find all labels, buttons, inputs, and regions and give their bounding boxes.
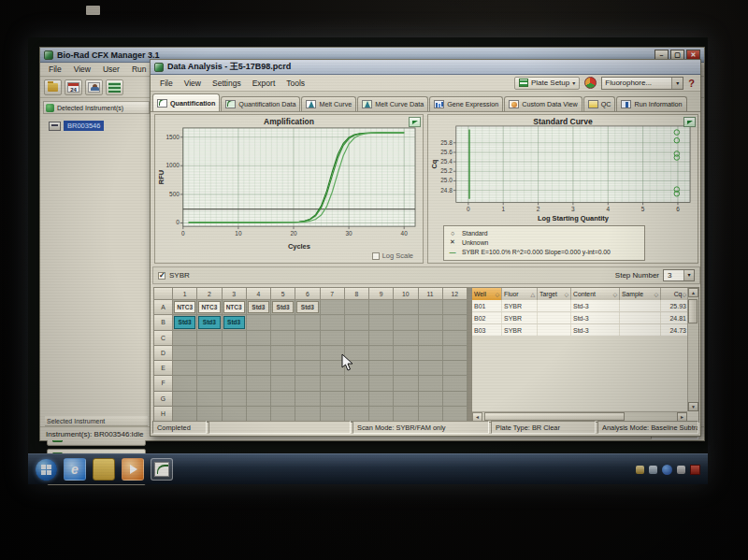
step-number-dropdown[interactable]: 3 ▾: [663, 269, 695, 281]
well-cell-E1[interactable]: [173, 361, 197, 376]
well-A2[interactable]: NTC3: [198, 301, 220, 313]
column-header-sample[interactable]: Sample◇: [620, 288, 661, 300]
well-cell-B8[interactable]: [345, 315, 369, 330]
well-cell-B4[interactable]: [247, 315, 271, 330]
well-cell-A10[interactable]: [394, 300, 418, 315]
well-cell-H1[interactable]: [173, 407, 197, 422]
plate-col-header-4[interactable]: 4: [247, 288, 271, 300]
plate-row-header-A[interactable]: A: [154, 300, 173, 315]
well-cell-A1[interactable]: NTC3: [173, 300, 197, 315]
well-cell-A4[interactable]: Std3: [247, 300, 271, 315]
tray-icon-3[interactable]: [662, 465, 672, 475]
well-cell-H8[interactable]: [345, 407, 369, 422]
tray-red-icon[interactable]: [690, 465, 700, 475]
well-cell-A3[interactable]: NTC3: [223, 300, 247, 315]
well-cell-C8[interactable]: [345, 331, 369, 346]
well-cell-C9[interactable]: [369, 331, 394, 346]
well-cell-C6[interactable]: [295, 331, 320, 346]
instrument-tree-item[interactable]: BR003546: [49, 121, 151, 131]
well-cell-A9[interactable]: [369, 300, 394, 315]
well-cell-H2[interactable]: [197, 407, 222, 422]
tray-icon-1[interactable]: [636, 466, 644, 474]
well-cell-D11[interactable]: [419, 346, 443, 361]
well-B3[interactable]: Std3: [223, 316, 245, 328]
main-menu-run[interactable]: Run: [126, 64, 152, 75]
column-header-content[interactable]: Content◇: [571, 288, 620, 300]
plate-col-header-12[interactable]: 12: [443, 288, 468, 300]
tab-quantification-data[interactable]: Quantification Data: [221, 96, 300, 111]
well-cell-D5[interactable]: [271, 346, 295, 361]
well-cell-H3[interactable]: [223, 407, 247, 422]
da-menu-settings[interactable]: Settings: [207, 78, 247, 89]
well-cell-E3[interactable]: [223, 361, 247, 376]
well-cell-A11[interactable]: [419, 300, 443, 315]
tab-quantification[interactable]: Quantification: [152, 93, 220, 111]
cfx-taskbar-icon[interactable]: [151, 458, 173, 481]
plate-grid-icon[interactable]: [106, 79, 123, 95]
well-cell-B2[interactable]: Std3: [197, 315, 222, 330]
well-cell-C3[interactable]: [223, 331, 247, 346]
plate-row-header-H[interactable]: H: [154, 407, 173, 422]
well-cell-F6[interactable]: [295, 376, 320, 391]
well-cell-H10[interactable]: [394, 407, 418, 422]
well-cell-F1[interactable]: [173, 376, 197, 391]
plate-setup-button[interactable]: Plate Setup ▾: [514, 77, 580, 90]
column-header-well[interactable]: Well◇: [472, 288, 502, 300]
help-button[interactable]: ?: [688, 78, 697, 89]
well-cell-B6[interactable]: [295, 315, 320, 330]
chart-options-icon[interactable]: [683, 117, 696, 127]
well-cell-D8[interactable]: [345, 346, 369, 361]
plate-col-header-8[interactable]: 8: [345, 288, 369, 300]
well-cell-H12[interactable]: [443, 407, 468, 422]
plate-col-header-7[interactable]: 7: [321, 288, 345, 300]
da-menu-tools[interactable]: Tools: [280, 78, 310, 89]
start-button[interactable]: [36, 459, 57, 481]
well-cell-F2[interactable]: [197, 376, 222, 391]
well-cell-A12[interactable]: [443, 300, 468, 315]
well-cell-G12[interactable]: [443, 392, 468, 407]
plate-col-header-10[interactable]: 10: [394, 288, 418, 300]
ie-icon[interactable]: e: [64, 458, 86, 481]
sybr-checkbox[interactable]: [158, 272, 165, 280]
folder-icon[interactable]: [93, 458, 115, 481]
well-cell-H5[interactable]: [271, 407, 295, 422]
well-cell-E12[interactable]: [443, 361, 468, 376]
well-cell-C2[interactable]: [197, 331, 222, 346]
well-cell-B9[interactable]: [369, 315, 394, 330]
well-cell-G9[interactable]: [369, 392, 394, 407]
well-B2[interactable]: Std3: [198, 316, 220, 328]
vertical-scroll-thumb[interactable]: [688, 299, 698, 323]
fluorophore-dropdown[interactable]: Fluorophore... ▾: [601, 77, 683, 90]
well-cell-E9[interactable]: [369, 361, 394, 376]
well-cell-H4[interactable]: [247, 407, 271, 422]
well-A1[interactable]: NTC3: [174, 301, 195, 313]
well-cell-F10[interactable]: [394, 376, 418, 391]
plate-row-header-D[interactable]: D: [154, 346, 173, 361]
plate-row-header-B[interactable]: B: [154, 315, 173, 330]
well-cell-G3[interactable]: [223, 392, 247, 407]
well-cell-B11[interactable]: [419, 315, 443, 330]
calendar-24-icon[interactable]: 24: [65, 79, 82, 95]
well-cell-H9[interactable]: [369, 407, 394, 422]
well-cell-C4[interactable]: [247, 331, 271, 346]
well-cell-E10[interactable]: [394, 361, 418, 376]
well-A5[interactable]: Std3: [272, 301, 294, 313]
tab-melt-curve-data[interactable]: Melt Curve Data: [357, 96, 428, 111]
main-menu-view[interactable]: View: [68, 64, 96, 75]
well-selector-icon[interactable]: [584, 77, 597, 89]
well-cell-F7[interactable]: [321, 376, 345, 391]
well-A4[interactable]: Std3: [248, 301, 269, 313]
well-cell-G7[interactable]: [321, 392, 345, 407]
horizontal-scroll-thumb[interactable]: [484, 412, 625, 421]
well-cell-F12[interactable]: [443, 376, 468, 391]
tab-qc[interactable]: QC: [583, 96, 616, 111]
plate-col-header-2[interactable]: 2: [197, 288, 222, 300]
well-cell-C1[interactable]: [173, 331, 197, 346]
well-cell-F11[interactable]: [419, 376, 443, 391]
da-menu-view[interactable]: View: [179, 78, 207, 89]
well-cell-B1[interactable]: Std3: [173, 315, 197, 330]
chart-options-icon[interactable]: [409, 117, 421, 127]
plate-col-header-5[interactable]: 5: [271, 288, 295, 300]
tray-icon-4[interactable]: [677, 466, 685, 474]
well-cell-B10[interactable]: [394, 315, 418, 330]
